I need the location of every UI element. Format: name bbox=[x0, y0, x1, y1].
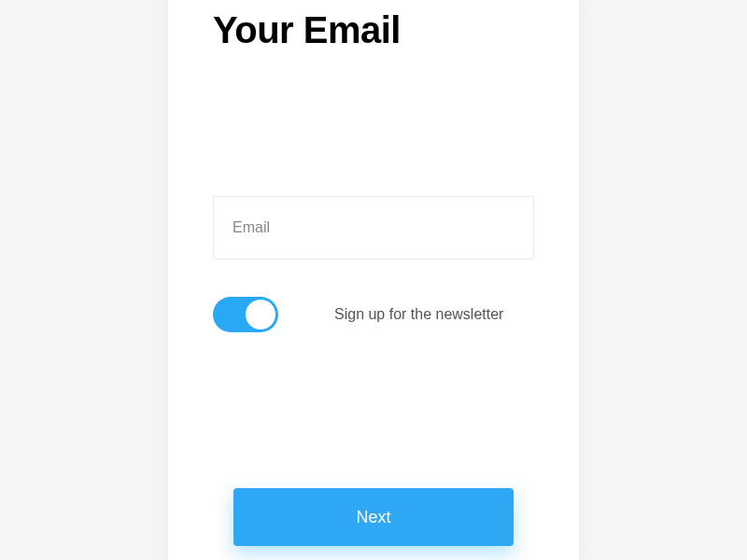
newsletter-label: Sign up for the newsletter bbox=[334, 306, 503, 323]
email-form-card: Your Email Sign up for the newsletter Ne… bbox=[168, 0, 579, 560]
next-button[interactable]: Next bbox=[233, 488, 514, 546]
page-title: Your Email bbox=[213, 9, 579, 51]
email-field[interactable] bbox=[213, 196, 534, 259]
form-area: Sign up for the newsletter bbox=[168, 196, 579, 332]
newsletter-row: Sign up for the newsletter bbox=[213, 297, 534, 332]
newsletter-toggle[interactable] bbox=[213, 297, 278, 332]
toggle-knob bbox=[245, 299, 276, 330]
